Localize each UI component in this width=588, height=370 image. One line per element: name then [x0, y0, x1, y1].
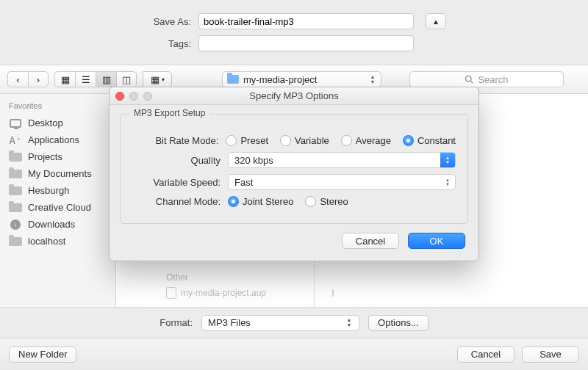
channel-mode-label: Channel Mode:: [132, 196, 220, 207]
folder-icon: [9, 169, 22, 179]
list-icon: ☰: [82, 74, 90, 85]
sheet-cancel-button[interactable]: Cancel: [342, 233, 399, 249]
applications-icon: A⁺: [9, 135, 22, 145]
radio-label: Constant: [417, 135, 456, 146]
coverflow-icon: ◫: [122, 74, 131, 85]
sidebar-item-label: Applications: [28, 134, 79, 145]
variable-speed-value: Fast: [234, 177, 253, 188]
bit-rate-constant-radio[interactable]: Constant: [403, 135, 456, 146]
save-button[interactable]: Save: [522, 347, 579, 363]
sidebar-item-label: Downloads: [28, 219, 75, 230]
cancel-button[interactable]: Cancel: [457, 347, 514, 363]
sidebar-item-label: My Documents: [28, 168, 92, 179]
view-columns-button[interactable]: ▥: [96, 71, 116, 87]
view-coverflow-button[interactable]: ◫: [116, 71, 137, 87]
file-name: my-media-project.aup: [181, 288, 266, 298]
format-bar: Format: MP3 Files ▲▼ Options...: [0, 307, 588, 338]
sidebar-item-label: localhost: [28, 236, 65, 247]
sheet-actions: Cancel OK: [110, 228, 478, 261]
action-bar: New Folder Cancel Save: [0, 338, 588, 370]
folder-icon: [9, 203, 22, 213]
new-folder-label: New Folder: [18, 349, 67, 360]
chevron-down-icon: ▾: [162, 76, 165, 83]
cancel-label: Cancel: [471, 349, 501, 360]
format-popup[interactable]: MP3 Files ▲▼: [201, 315, 359, 331]
file-row[interactable]: my-media-project.aup: [160, 285, 314, 301]
sidebar-item-localhost[interactable]: localhost: [0, 233, 115, 250]
file-group-header: Other: [160, 270, 314, 285]
variable-speed-label: Variable Speed:: [132, 177, 220, 188]
format-options-button[interactable]: Options...: [368, 315, 429, 331]
folder-icon: [9, 236, 22, 247]
sidebar-item-label: Creative Cloud: [28, 202, 91, 213]
group-by-button[interactable]: ▦ ▾: [143, 71, 172, 87]
channel-stereo-radio[interactable]: Stereo: [305, 196, 348, 207]
search-field[interactable]: Search: [409, 71, 564, 87]
variable-speed-select[interactable]: Fast ▲▼: [228, 174, 456, 190]
format-value: MP3 Files: [208, 317, 251, 328]
view-icons-button[interactable]: ▦: [54, 71, 75, 87]
variable-speed-row: Variable Speed: Fast ▲▼: [132, 174, 456, 190]
sidebar-item-desktop[interactable]: Desktop: [0, 115, 115, 131]
sidebar-item-projects[interactable]: Projects: [0, 148, 115, 165]
radio-label: Stereo: [320, 196, 348, 207]
sidebar-item-label: Projects: [28, 151, 62, 162]
sheet-titlebar: Specify MP3 Options: [110, 87, 478, 105]
sidebar-item-creative-cloud[interactable]: Creative Cloud: [0, 199, 115, 216]
sidebar-header: Favorites: [0, 100, 115, 115]
view-mode-segment: ▦ ☰ ▥ ◫: [54, 71, 137, 87]
channel-joint-stereo-radio[interactable]: Joint Stereo: [228, 196, 293, 207]
cancel-label: Cancel: [356, 236, 385, 247]
group-icon: ▦: [151, 74, 159, 85]
sidebar-item-applications[interactable]: A⁺ Applications: [0, 131, 115, 148]
search-icon: [465, 75, 473, 84]
search-placeholder: Search: [478, 74, 508, 85]
stepper-icon: ▲▼: [440, 153, 455, 167]
column-resize-handle[interactable]: ||: [326, 282, 338, 302]
new-folder-button[interactable]: New Folder: [9, 347, 76, 363]
nav-back-forward: ‹ ›: [7, 71, 49, 87]
stepper-icon: ▲▼: [345, 318, 353, 327]
sheet-title: Specify MP3 Options: [110, 90, 478, 101]
folder-icon: [227, 75, 239, 84]
svg-line-1: [471, 81, 473, 83]
options-label: Options...: [378, 317, 419, 328]
sheet-ok-button[interactable]: OK: [408, 233, 465, 249]
channel-mode-radios: Joint Stereo Stereo: [228, 196, 348, 207]
bit-rate-mode-row: Bit Rate Mode: Preset Variable Average C…: [132, 135, 456, 146]
folder-path-label: my-media-project: [243, 74, 317, 85]
tags-input[interactable]: [198, 35, 414, 51]
desktop-icon: [9, 118, 22, 128]
bit-rate-variable-radio[interactable]: Variable: [280, 135, 329, 146]
ok-label: OK: [430, 236, 444, 247]
bit-rate-radios: Preset Variable Average Constant: [226, 135, 456, 146]
group-by-segment: ▦ ▾: [143, 71, 172, 87]
expand-save-panel-button[interactable]: ▲: [426, 13, 446, 29]
quality-value: 320 kbps: [234, 155, 273, 166]
folder-icon: [9, 152, 22, 162]
save-as-input[interactable]: [198, 13, 414, 29]
downloads-icon: ↓: [9, 220, 22, 230]
sidebar: Favorites Desktop A⁺ Applications Projec…: [0, 94, 116, 307]
chevron-left-icon: ‹: [16, 74, 19, 85]
grid-icon: ▦: [61, 74, 70, 85]
mp3-export-group: MP3 Export Setup Bit Rate Mode: Preset V…: [120, 114, 468, 224]
group-header-label: Other: [166, 272, 188, 283]
nav-forward-button[interactable]: ›: [28, 71, 49, 87]
stepper-icon: ▲▼: [369, 75, 376, 84]
folder-path-popup[interactable]: my-media-project ▲▼: [222, 71, 381, 87]
sidebar-item-downloads[interactable]: ↓ Downloads: [0, 216, 115, 233]
sidebar-item-hesburgh[interactable]: Hesburgh: [0, 182, 115, 199]
quality-select[interactable]: 320 kbps ▲▼: [228, 152, 456, 168]
quality-row: Quality 320 kbps ▲▼: [132, 152, 456, 168]
save-label: Save: [539, 349, 562, 360]
bit-rate-average-radio[interactable]: Average: [341, 135, 391, 146]
channel-mode-row: Channel Mode: Joint Stereo Stereo: [132, 196, 456, 207]
sidebar-item-documents[interactable]: My Documents: [0, 165, 115, 182]
document-icon: [166, 287, 176, 299]
bit-rate-preset-radio[interactable]: Preset: [226, 135, 268, 146]
view-list-button[interactable]: ☰: [75, 71, 96, 87]
radio-label: Variable: [295, 135, 329, 146]
chevron-right-icon: ›: [37, 74, 40, 85]
nav-back-button[interactable]: ‹: [7, 71, 28, 87]
